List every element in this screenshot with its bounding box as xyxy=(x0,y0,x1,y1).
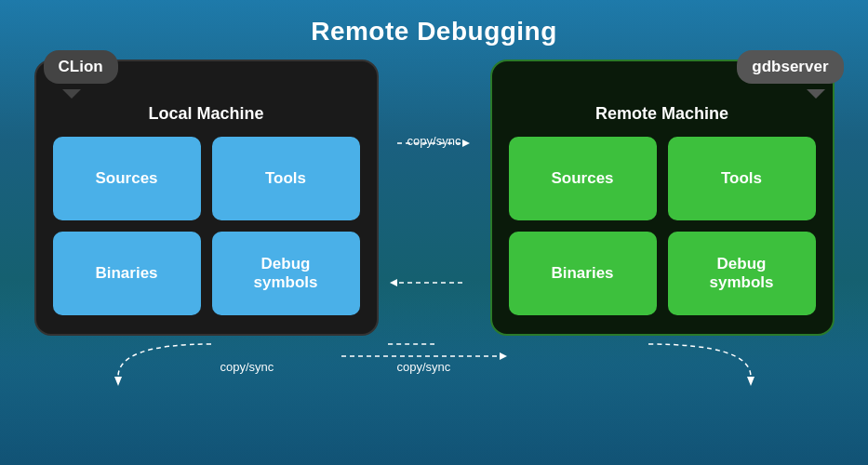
bottom-left-copy-sync: copy/sync xyxy=(220,358,274,375)
bottom-right-copy-sync: copy/sync xyxy=(397,358,451,375)
gdbserver-bubble: gdbserver xyxy=(737,50,843,84)
svg-marker-4 xyxy=(114,377,122,386)
local-tools-box: Tools xyxy=(212,137,360,220)
svg-marker-1 xyxy=(462,140,470,147)
page-title: Remote Debugging xyxy=(311,17,557,46)
remote-debug-symbols-box: Debug symbols xyxy=(668,232,816,315)
remote-tools-box: Tools xyxy=(668,137,816,220)
remote-machine-title: Remote Machine xyxy=(509,104,816,124)
local-items-grid: Sources Tools Binaries Debug symbols xyxy=(53,137,360,315)
copy-sync-top-label: copy/sync xyxy=(407,134,461,148)
clion-bubble: CLion xyxy=(44,50,118,84)
local-machine-title: Local Machine xyxy=(53,104,360,124)
remote-machine-box: Remote Machine Sources Tools Binaries De… xyxy=(490,60,835,336)
bottom-arrows-row: copy/sync copy/sync xyxy=(34,339,835,377)
svg-marker-3 xyxy=(390,279,397,286)
remote-binaries-box: Binaries xyxy=(509,232,657,315)
remote-sources-box: Sources xyxy=(509,137,657,220)
remote-items-grid: Sources Tools Binaries Debug symbols xyxy=(509,137,816,315)
svg-marker-7 xyxy=(747,377,754,386)
machines-row: CLion Local Machine Sources Tools Binari… xyxy=(34,60,835,336)
local-binaries-box: Binaries xyxy=(53,232,201,315)
local-machine-box: Local Machine Sources Tools Binaries Deb… xyxy=(34,60,379,336)
svg-marker-6 xyxy=(500,352,507,360)
main-content: Remote Debugging CLion Local Machine Sou… xyxy=(0,0,868,465)
local-debug-symbols-box: Debug symbols xyxy=(212,232,360,315)
local-sources-box: Sources xyxy=(53,137,201,220)
